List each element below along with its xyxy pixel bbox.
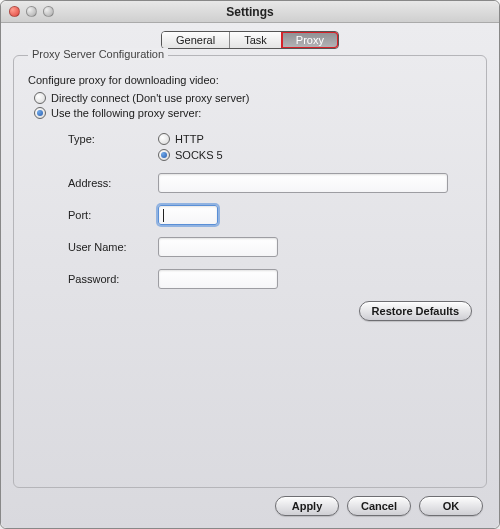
- window-controls: [1, 6, 54, 17]
- address-input[interactable]: [158, 173, 448, 193]
- group-description: Configure proxy for downloading video:: [28, 74, 472, 86]
- tab-group: General Task Proxy: [161, 31, 339, 49]
- radio-icon: [158, 149, 170, 161]
- port-label: Port:: [68, 209, 158, 221]
- username-input[interactable]: [158, 237, 278, 257]
- radio-icon: [34, 92, 46, 104]
- dialog-footer: Apply Cancel OK: [13, 488, 487, 518]
- ok-button[interactable]: OK: [419, 496, 483, 516]
- restore-defaults-button[interactable]: Restore Defaults: [359, 301, 472, 321]
- port-input[interactable]: [158, 205, 218, 225]
- cancel-button[interactable]: Cancel: [347, 496, 411, 516]
- settings-window: Settings General Task Proxy Proxy Server…: [0, 0, 500, 529]
- row-address: Address:: [68, 173, 472, 193]
- mode-use-proxy-row[interactable]: Use the following proxy server:: [34, 107, 472, 119]
- row-port: Port:: [68, 205, 472, 225]
- apply-button[interactable]: Apply: [275, 496, 339, 516]
- close-icon[interactable]: [9, 6, 20, 17]
- type-options: HTTP SOCKS 5: [158, 133, 223, 161]
- zoom-icon[interactable]: [43, 6, 54, 17]
- mode-direct-row[interactable]: Directly connect (Don't use proxy server…: [34, 92, 472, 104]
- username-label: User Name:: [68, 241, 158, 253]
- row-username: User Name:: [68, 237, 472, 257]
- row-password: Password:: [68, 269, 472, 289]
- row-type: Type: HTTP SOCKS 5: [68, 133, 472, 161]
- type-socks5-row[interactable]: SOCKS 5: [158, 149, 223, 161]
- password-label: Password:: [68, 273, 158, 285]
- tab-proxy[interactable]: Proxy: [282, 32, 338, 48]
- tab-bar: General Task Proxy: [13, 31, 487, 49]
- proxy-groupbox: Proxy Server Configuration Configure pro…: [13, 55, 487, 488]
- mode-direct-label: Directly connect (Don't use proxy server…: [51, 92, 249, 104]
- text-cursor-icon: [163, 209, 164, 222]
- minimize-icon[interactable]: [26, 6, 37, 17]
- radio-icon: [158, 133, 170, 145]
- groupbox-legend: Proxy Server Configuration: [28, 48, 168, 60]
- tab-general[interactable]: General: [162, 32, 230, 48]
- type-http-row[interactable]: HTTP: [158, 133, 223, 145]
- password-input[interactable]: [158, 269, 278, 289]
- type-label: Type:: [68, 133, 158, 145]
- restore-row: Restore Defaults: [28, 301, 472, 321]
- radio-icon: [34, 107, 46, 119]
- titlebar: Settings: [1, 1, 499, 23]
- proxy-form: Type: HTTP SOCKS 5 Address:: [68, 133, 472, 289]
- type-http-label: HTTP: [175, 133, 204, 145]
- address-label: Address:: [68, 177, 158, 189]
- type-socks5-label: SOCKS 5: [175, 149, 223, 161]
- tab-task[interactable]: Task: [230, 32, 282, 48]
- mode-use-proxy-label: Use the following proxy server:: [51, 107, 201, 119]
- window-title: Settings: [1, 5, 499, 19]
- content-area: General Task Proxy Proxy Server Configur…: [1, 23, 499, 528]
